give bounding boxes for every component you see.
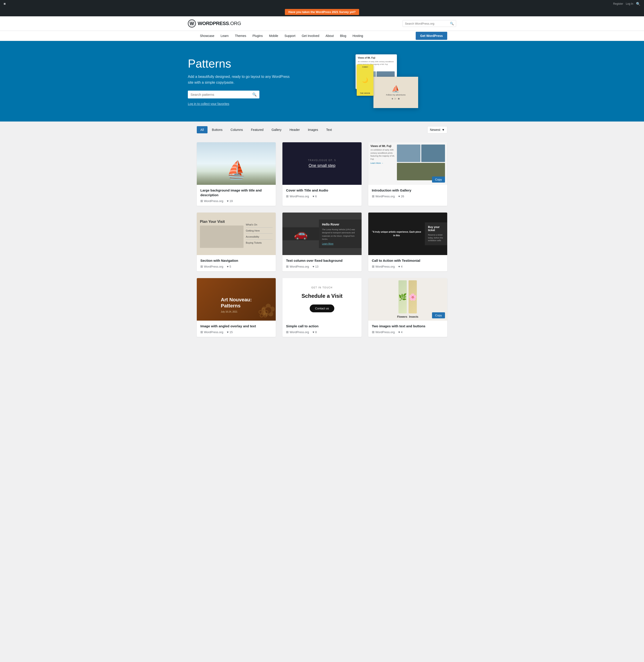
pattern-name: Large background image with title and de… bbox=[200, 188, 272, 197]
gallery-title: Views of Mt. Fuji bbox=[370, 145, 395, 148]
pattern-card-art: ✿ ❀ Art Nouveau:Patterns July 16-24, 202… bbox=[197, 278, 276, 337]
nav-item-2: Getting Here bbox=[246, 229, 273, 234]
hero-search-input[interactable] bbox=[190, 93, 250, 96]
hero-pattern-preview: Views of Mt. Fuji An exhibition of early… bbox=[326, 52, 456, 110]
likes-count: 4 bbox=[401, 330, 402, 334]
pattern-grid: ⛵ Large background image with title and … bbox=[188, 138, 456, 346]
likes-count: 5 bbox=[229, 265, 231, 268]
filter-tab-featured[interactable]: Featured bbox=[247, 126, 267, 133]
art-date: July 16-24, 2021 bbox=[221, 311, 252, 313]
rover-text: Hello Rover The Lunar Roving Vehicle (LR… bbox=[319, 219, 362, 248]
wp-icon: ⊞ bbox=[286, 265, 289, 268]
gallery-desc: An exhibition of early 20th century wood… bbox=[370, 149, 395, 161]
pattern-likes: ♥ 13 bbox=[313, 265, 318, 268]
art-title: Art Nouveau:Patterns bbox=[221, 297, 252, 309]
hero-search-icon[interactable]: 🔍 bbox=[252, 92, 257, 97]
wp-icon: ⊞ bbox=[200, 330, 203, 334]
pattern-name: Call to Action with Testimonial bbox=[372, 258, 444, 263]
thumb-inner: ✿ ❀ Art Nouveau:Patterns July 16-24, 202… bbox=[197, 278, 276, 321]
pattern-info: ⊞ WordPress.org ♥ 8 bbox=[286, 330, 358, 334]
pattern-meta-cta: Call to Action with Testimonial ⊞ WordPr… bbox=[368, 255, 447, 271]
wordpress-logo-icon: W bbox=[188, 20, 196, 27]
thumb-inner: ⛵ bbox=[197, 142, 276, 185]
get-wordpress-button[interactable]: Get WordPress bbox=[416, 32, 447, 40]
wp-icon: ⊞ bbox=[286, 330, 289, 334]
filter-tab-all[interactable]: All bbox=[197, 126, 208, 133]
register-link[interactable]: Register bbox=[613, 2, 623, 5]
filter-tab-buttons[interactable]: Buttons bbox=[208, 126, 226, 133]
pattern-author: ⊞ WordPress.org bbox=[372, 265, 395, 268]
nav-plugins[interactable]: Plugins bbox=[249, 31, 266, 41]
copy-button[interactable]: Copy bbox=[432, 177, 445, 182]
nav-support[interactable]: Support bbox=[281, 31, 299, 41]
pattern-name: Text column over fixed background bbox=[286, 258, 358, 263]
gallery-img-2 bbox=[421, 145, 445, 162]
filter-tab-header[interactable]: Header bbox=[286, 126, 303, 133]
pattern-meta-simple-cta: Simple call to action ⊞ WordPress.org ♥ … bbox=[282, 321, 361, 337]
header-search-input[interactable] bbox=[405, 22, 448, 25]
copy-button[interactable]: Copy bbox=[432, 312, 445, 318]
pattern-author: ⊞ WordPress.org bbox=[286, 194, 309, 198]
heart-icon: ♥ bbox=[227, 265, 229, 268]
pattern-meta-audio: Cover with Title and Audio ⊞ WordPress.o… bbox=[282, 185, 361, 201]
gallery-link: Learn More → bbox=[370, 162, 395, 164]
filter-tab-columns[interactable]: Columns bbox=[227, 126, 247, 133]
travelogue-title: One small step bbox=[308, 163, 336, 168]
gallery-images bbox=[397, 145, 445, 180]
filter-tab-gallery[interactable]: Gallery bbox=[268, 126, 285, 133]
sort-dropdown[interactable]: Newest ▼ bbox=[427, 126, 447, 133]
pattern-info: ⊞ WordPress.org ♥ 19 bbox=[200, 199, 272, 203]
heart-icon: ♥ bbox=[313, 195, 315, 198]
survey-banner: Have you taken the WordPress 2021 Survey… bbox=[0, 7, 644, 16]
pattern-info: ⊞ WordPress.org ♥ 5 bbox=[200, 265, 272, 268]
likes-count: 19 bbox=[229, 199, 233, 203]
nav-hosting[interactable]: Hosting bbox=[349, 31, 366, 41]
hero-login-link[interactable]: Log in to collect your favorites bbox=[188, 102, 318, 106]
pattern-info: ⊞ WordPress.org ♥ 4 bbox=[372, 330, 444, 334]
header-search-icon[interactable]: 🔍 bbox=[450, 22, 454, 25]
survey-button[interactable]: Have you taken the WordPress 2021 Survey… bbox=[285, 9, 359, 15]
pattern-name: Introduction with Gallery bbox=[372, 188, 444, 193]
pattern-card-two-imgs: 🌿 🌸 Flowers Insects Copy Two images with… bbox=[368, 278, 447, 337]
pattern-info: ⊞ WordPress.org ♥ 15 bbox=[200, 330, 272, 334]
pattern-author: ⊞ WordPress.org bbox=[286, 330, 309, 334]
thumb-inner: GET IN TOUCH Schedule a Visit Contact us bbox=[282, 278, 361, 321]
top-bar: ■ Register Log In 🔍 bbox=[0, 0, 644, 7]
heart-icon: ♥ bbox=[227, 330, 229, 334]
plan-visit-img bbox=[200, 225, 244, 248]
pattern-author: ⊞ WordPress.org bbox=[372, 194, 395, 198]
nav-blog[interactable]: Blog bbox=[337, 31, 349, 41]
wp-icon: ⊞ bbox=[372, 194, 374, 198]
hero-search-box[interactable]: 🔍 bbox=[188, 91, 259, 98]
simple-cta-subtitle: GET IN TOUCH bbox=[311, 286, 332, 289]
author-name: WordPress.org bbox=[375, 330, 395, 334]
rover-image: 🚗 bbox=[282, 227, 319, 240]
insects-img: 🌸 bbox=[409, 280, 417, 313]
two-imgs-row: 🌿 🌸 bbox=[398, 280, 417, 313]
pattern-likes: ♥ 26 bbox=[398, 195, 404, 198]
nav-showcase[interactable]: Showcase bbox=[197, 31, 217, 41]
nav-about[interactable]: About bbox=[322, 31, 337, 41]
wp-admin-icon: ■ bbox=[4, 2, 6, 6]
filter-tab-images[interactable]: Images bbox=[304, 126, 322, 133]
pattern-card-simple-cta: GET IN TOUCH Schedule a Visit Contact us… bbox=[282, 278, 361, 337]
nav-get-involved[interactable]: Get Involved bbox=[299, 31, 322, 41]
nav-learn[interactable]: Learn bbox=[217, 31, 232, 41]
topbar-search-icon[interactable]: 🔍 bbox=[636, 2, 640, 6]
pattern-card-cta: "A truly unique artistic experience. Eac… bbox=[368, 213, 447, 271]
preview-card-tarot: ☽ XVIII ☾ 🌙 THE MOON bbox=[356, 64, 373, 96]
filter-tab-text[interactable]: Text bbox=[323, 126, 336, 133]
author-name: WordPress.org bbox=[290, 330, 309, 334]
wp-icon: ⊞ bbox=[372, 265, 374, 268]
chevron-down-icon: ▼ bbox=[442, 128, 445, 132]
likes-count: 15 bbox=[229, 330, 233, 334]
logo-link[interactable]: W WORDPRESS.ORG bbox=[188, 20, 241, 27]
header-search-box[interactable]: 🔍 bbox=[402, 20, 456, 27]
nav-themes[interactable]: Themes bbox=[232, 31, 249, 41]
gallery-text-col: Views of Mt. Fuji An exhibition of early… bbox=[370, 145, 395, 164]
pattern-info: ⊞ WordPress.org ♥ 13 bbox=[286, 265, 358, 268]
login-link[interactable]: Log In bbox=[626, 2, 633, 5]
filter-bar: All Buttons Columns Featured Gallery Hea… bbox=[188, 122, 456, 138]
nav-mobile[interactable]: Mobile bbox=[266, 31, 281, 41]
pattern-author: ⊞ WordPress.org bbox=[286, 265, 309, 268]
